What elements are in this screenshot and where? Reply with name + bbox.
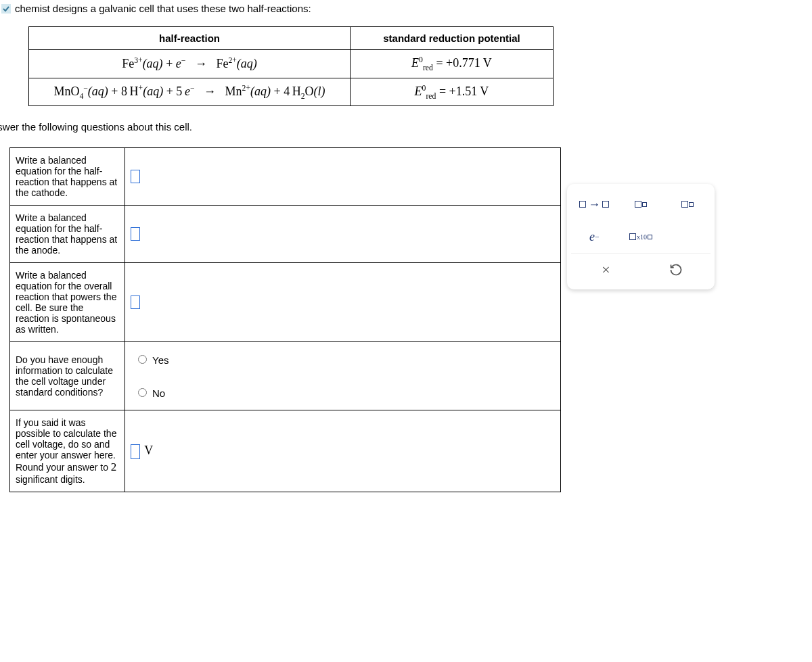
- table-row: Fe3+(aq) + e− → Fe2+(aq) E0red = +0.771 …: [29, 50, 554, 78]
- potential-1: E0red = +0.771 V: [351, 50, 554, 78]
- col-header-potential: standard reduction potential: [351, 27, 554, 50]
- radio-no-label[interactable]: No: [135, 387, 165, 399]
- volt-unit: V: [144, 444, 153, 457]
- x-icon: ×: [602, 261, 610, 279]
- label-anode: Write a balanced equation for the half-r…: [10, 206, 125, 263]
- tool-x10-button[interactable]: x10: [622, 223, 660, 250]
- square-icon: [602, 201, 609, 208]
- reaction-1: Fe3+(aq) + e− → Fe2+(aq): [29, 50, 351, 78]
- reaction-2: MnO4−(aq) + 8 H+(aq) + 5 e− → Mn2+(aq) +…: [29, 78, 351, 106]
- square-icon: [635, 201, 641, 208]
- square-icon: [648, 235, 652, 239]
- tool-clear-button[interactable]: ×: [587, 256, 625, 283]
- row-cathode: Write a balanced equation for the half-r…: [10, 148, 561, 206]
- half-reaction-table: half-reaction standard reduction potenti…: [28, 26, 554, 106]
- equation-toolbox: → e− x10 ×: [567, 184, 715, 289]
- label-overall: Write a balanced equation for the overal…: [10, 263, 125, 342]
- question-prompt: chemist designs a galvanic cell that use…: [15, 3, 812, 14]
- square-icon: [689, 202, 694, 207]
- square-icon: [681, 201, 688, 208]
- followup-text: Answer the following questions about thi…: [0, 121, 812, 133]
- label-voltage: If you said it was possible to calculate…: [10, 410, 125, 492]
- radio-no[interactable]: [138, 388, 147, 397]
- tool-electron-button[interactable]: e−: [575, 223, 613, 250]
- row-anode: Write a balanced equation for the half-r…: [10, 206, 561, 263]
- table-row: MnO4−(aq) + 8 H+(aq) + 5 e− → Mn2+(aq) +…: [29, 78, 554, 106]
- tool-superscript-button[interactable]: [669, 191, 706, 218]
- answer-table: Write a balanced equation for the half-r…: [9, 147, 561, 492]
- tool-spacer: [669, 223, 706, 250]
- voltage-input[interactable]: [131, 444, 140, 459]
- tool-arrow-button[interactable]: →: [575, 191, 613, 218]
- label-cathode: Write a balanced equation for the half-r…: [10, 148, 125, 206]
- row-overall: Write a balanced equation for the overal…: [10, 263, 561, 342]
- square-icon: [629, 233, 636, 240]
- radio-yes-label[interactable]: Yes: [135, 354, 168, 366]
- reset-icon: [669, 263, 683, 277]
- row-voltage: If you said it was possible to calculate…: [10, 410, 561, 492]
- cathode-equation-input[interactable]: [131, 170, 140, 183]
- square-icon: [642, 202, 647, 207]
- col-header-reaction: half-reaction: [29, 27, 351, 50]
- row-enough-info: Do you have enough information to calcul…: [10, 342, 561, 410]
- radio-yes[interactable]: [138, 355, 147, 364]
- square-icon: [579, 201, 586, 208]
- tool-reset-button[interactable]: [657, 256, 695, 283]
- anode-equation-input[interactable]: [131, 227, 140, 241]
- tool-subscript-button[interactable]: [622, 191, 660, 218]
- label-enough: Do you have enough information to calcul…: [10, 342, 125, 410]
- overall-equation-input[interactable]: [131, 295, 140, 309]
- correct-check-icon: [1, 4, 11, 14]
- potential-2: E0red = +1.51 V: [351, 78, 554, 106]
